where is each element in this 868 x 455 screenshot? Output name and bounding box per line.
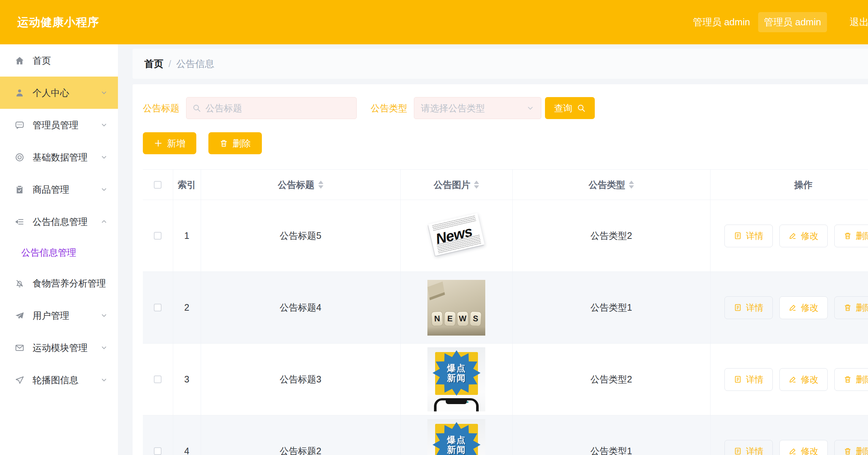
trash-icon [843,303,852,312]
baodian-news-badge-image: 爆点 新闻 [427,419,485,455]
row-title: 公告标题5 [201,200,400,272]
admin-user-label[interactable]: 管理员 admin [687,12,756,32]
row-type: 公告类型2 [512,344,710,415]
newspaper-news-image: News [429,211,484,260]
search-button[interactable]: 查询 [545,97,595,119]
trash-icon [843,232,852,240]
sidebar-item-carousel[interactable]: 轮播图信息 [0,364,118,396]
breadcrumb: 首页 / 公告信息 [133,49,868,79]
breadcrumb-home-link[interactable]: 首页 [144,58,163,70]
row-index: 3 [173,344,201,415]
row-checkbox[interactable] [154,447,162,455]
pencil-icon [789,232,797,240]
sidebar-item-base-data[interactable]: 基础数据管理 [0,141,118,173]
row-title: 公告标题3 [201,344,400,415]
row-delete-button[interactable]: 删除 [834,296,868,319]
sidebar-item-admin-mgmt[interactable]: 管理员管理 [0,109,118,141]
edit-button[interactable]: 修改 [779,296,828,319]
icon-bell-off [15,278,25,288]
pencil-icon [789,375,797,384]
column-header-title: 公告标题 [201,170,400,200]
plus-icon [154,139,163,148]
row-delete-button[interactable]: 删除 [834,368,868,391]
add-button[interactable]: 新增 [143,132,196,154]
announcement-image: 爆点 新闻 [401,347,512,411]
title-filter-label: 公告标题 [143,102,179,114]
document-icon [734,303,742,312]
sidebar-item-announcement[interactable]: 公告信息管理 [0,206,118,238]
main-area: 首页 / 公告信息 公告标题 公告标题 公告类型 请选择公告类型 查询 [118,44,868,455]
row-checkbox[interactable] [154,376,162,383]
chevron-down-icon [100,312,108,319]
detail-button[interactable]: 详情 [724,440,773,455]
column-header-image: 公告图片 [400,170,512,200]
detail-button[interactable]: 详情 [724,225,773,247]
type-filter-label: 公告类型 [371,102,407,114]
pencil-icon [789,303,797,312]
admin-user-menu[interactable]: 管理员 admin [758,12,827,32]
announcement-title-input[interactable]: 公告标题 [186,97,357,119]
trash-icon [219,139,228,148]
select-all-checkbox[interactable] [154,181,162,189]
icon-lifebuoy [15,152,25,162]
sidebar-submenu-item-announcement[interactable]: 公告信息管理 [0,238,118,267]
icon-send [15,375,25,385]
table-row: 1 公告标题5 News 公告类型2 详情 修改 删除 [143,200,868,272]
icon-clipboard [15,185,25,195]
sidebar-item-users[interactable]: 用户管理 [0,299,118,332]
row-type: 公告类型1 [512,272,710,344]
table-row: 3 公告标题3 爆点 新闻 公告类型2 详情 修改 [143,344,868,415]
pencil-icon [789,447,797,455]
chevron-down-icon [526,104,534,112]
sidebar: 首页 个人中心 管理员管理 基础数据管理 商品管理 公告信息管理 公告信息管理 … [0,44,118,455]
chevron-down-icon [100,89,108,96]
table-header-row: 索引 公告标题 公告图片 公告类型 操作 [143,170,868,200]
announcement-type-select[interactable]: 请选择公告类型 [414,97,541,119]
icon-plane [15,311,25,321]
icon-user [15,88,25,98]
detail-button[interactable]: 详情 [724,368,773,391]
filter-row: 公告标题 公告标题 公告类型 请选择公告类型 查询 [143,97,868,119]
chevron-up-icon [100,218,108,225]
row-checkbox[interactable] [154,304,162,311]
icon-chat [15,120,25,130]
edit-button[interactable]: 修改 [779,225,828,247]
table-row: 2 公告标题4 N E W S 公告类型1 详情 修改 [143,272,868,344]
sort-type-control[interactable] [629,181,634,189]
content-card: 公告标题 公告标题 公告类型 请选择公告类型 查询 新增 [133,84,868,455]
sort-title-control[interactable] [318,181,323,189]
sort-image-control[interactable] [474,181,479,189]
announcement-image: N E W S [401,280,512,336]
document-icon [734,232,742,240]
breadcrumb-separator: / [168,58,171,70]
sidebar-item-goods[interactable]: 商品管理 [0,173,118,206]
sidebar-item-home[interactable]: 首页 [0,44,118,77]
column-header-type: 公告类型 [512,170,710,200]
detail-button[interactable]: 详情 [724,296,773,319]
search-button-label: 查询 [554,102,572,114]
sidebar-item-profile[interactable]: 个人中心 [0,77,118,109]
document-icon [734,375,742,384]
app-header: 运动健康小程序 管理员 admin 管理员 admin 退出 [0,0,868,44]
sidebar-item-sport-module[interactable]: 运动模块管理 [0,332,118,364]
trash-icon [843,447,852,455]
logout-button[interactable]: 退出 [850,16,868,29]
title-input-placeholder: 公告标题 [205,102,242,114]
row-delete-button[interactable]: 删除 [834,225,868,247]
chevron-down-icon [100,121,108,129]
app-window: 运动健康小程序 管理员 admin 管理员 admin 退出 首页 个人中心 管… [0,0,868,455]
icon-list [15,217,25,227]
news-dice-photo-image: N E W S [427,280,485,336]
edit-button[interactable]: 修改 [779,440,828,455]
edit-button[interactable]: 修改 [779,368,828,391]
row-type: 公告类型2 [512,200,710,272]
bulk-delete-button[interactable]: 删除 [208,132,262,154]
sidebar-item-nutrition[interactable]: 食物营养分析管理 [0,267,118,299]
chevron-down-icon [100,376,108,384]
chevron-down-icon [100,153,108,161]
breadcrumb-current: 公告信息 [176,58,214,70]
row-checkbox[interactable] [154,232,162,240]
row-delete-button[interactable]: 删除 [834,440,868,455]
search-icon [577,104,586,112]
announcement-image: 爆点 新闻 [401,419,512,455]
